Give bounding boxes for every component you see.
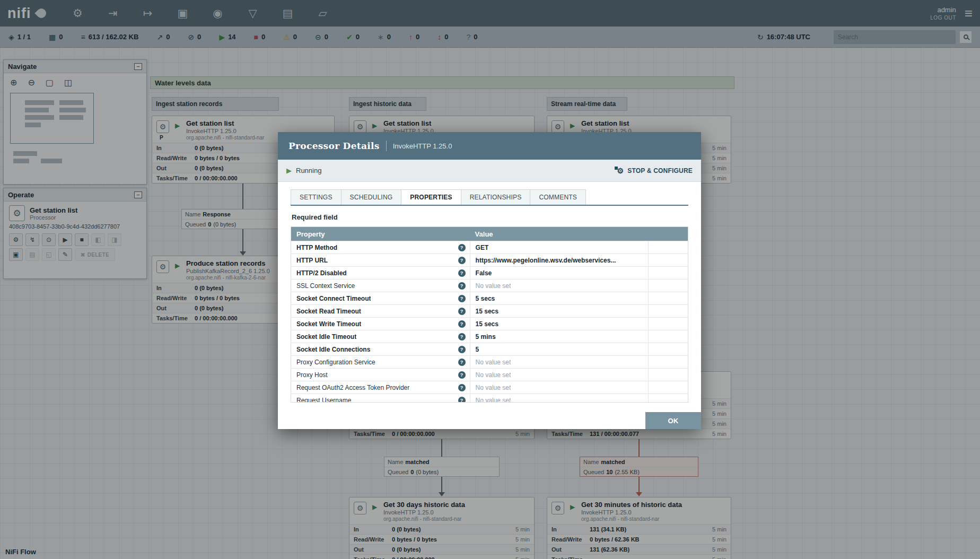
running-icon: ▶ — [286, 167, 292, 174]
help-icon[interactable]: ? — [458, 257, 466, 264]
property-column-header: Property — [291, 230, 470, 238]
property-value: No value set — [476, 359, 511, 366]
nifi-app: nifi ⚙ ⇥ ↦ ▣ ◉ ▽ ▤ ▱ admin — [0, 0, 980, 559]
run-status-label: Running — [296, 167, 321, 174]
property-row[interactable]: Proxy Host ? No value set — [291, 368, 688, 381]
property-value: False — [476, 269, 492, 277]
properties-table-header: Property Value — [291, 227, 688, 241]
tab[interactable]: PROPERTIES — [401, 189, 461, 205]
dialog-subtitle: InvokeHTTP 1.25.0 — [393, 142, 452, 150]
stop-configure-label: STOP & CONFIGURE — [627, 167, 693, 174]
properties-table: Property Value HTTP Method ? GET — [291, 226, 688, 403]
property-value: 15 secs — [476, 308, 498, 315]
tab[interactable]: RELATIONSHIPS — [461, 189, 531, 205]
dialog-tabs: SETTINGS SCHEDULING PROPERTIES RELATIONS… — [291, 189, 688, 206]
value-column-header: Value — [470, 230, 649, 238]
property-row[interactable]: Socket Read Timeout ? 15 secs — [291, 304, 688, 317]
property-row[interactable]: Socket Write Timeout ? 15 secs — [291, 317, 688, 330]
property-name: Socket Idle Connections — [296, 346, 370, 353]
required-field-note: Required field — [292, 213, 687, 221]
property-value: No value set — [476, 371, 511, 379]
property-row[interactable]: Socket Idle Timeout ? 5 mins — [291, 330, 688, 343]
property-name: HTTP Method — [296, 244, 337, 251]
property-name: Socket Idle Timeout — [296, 333, 356, 340]
property-name: Socket Connect Timeout — [296, 295, 371, 302]
property-row[interactable]: HTTP/2 Disabled ? False — [291, 266, 688, 279]
property-value: No value set — [476, 384, 511, 391]
dialog-footer: OK — [278, 412, 701, 429]
property-value: https://www.pegelonline.wsv.de/webservic… — [476, 257, 616, 264]
processor-details-dialog: Processor Details InvokeHTTP 1.25.0 ▶ Ru… — [278, 132, 701, 429]
property-name: Proxy Host — [296, 371, 328, 379]
property-name: HTTP URL — [296, 257, 328, 264]
help-icon[interactable]: ? — [458, 359, 466, 366]
property-name: Socket Read Timeout — [296, 308, 361, 315]
property-value: 15 secs — [476, 320, 498, 328]
help-icon[interactable]: ? — [458, 269, 466, 277]
property-name: Proxy Configuration Service — [296, 359, 375, 366]
help-icon[interactable]: ? — [458, 320, 466, 328]
help-icon[interactable]: ? — [458, 308, 466, 315]
property-row[interactable]: Socket Connect Timeout ? 5 secs — [291, 292, 688, 304]
help-icon[interactable]: ? — [458, 282, 466, 290]
property-name: Request Username — [296, 397, 351, 403]
property-value: No value set — [476, 397, 511, 403]
help-icon[interactable]: ? — [458, 333, 466, 340]
property-row[interactable]: HTTP URL ? https://www.pegelonline.wsv.d… — [291, 254, 688, 266]
property-name: Socket Write Timeout — [296, 320, 361, 328]
property-row[interactable]: Proxy Configuration Service ? No value s… — [291, 355, 688, 368]
tab[interactable]: SETTINGS — [291, 189, 342, 205]
tab[interactable]: COMMENTS — [530, 189, 586, 205]
stop-configure-icon: ⚙ — [617, 167, 624, 175]
property-row[interactable]: HTTP Method ? GET — [291, 241, 688, 254]
tab[interactable]: SCHEDULING — [342, 189, 402, 205]
property-name: SSL Context Service — [296, 282, 355, 290]
help-icon[interactable]: ? — [458, 244, 466, 251]
dialog-header: Processor Details InvokeHTTP 1.25.0 — [278, 132, 701, 160]
dialog-status-row: ▶ Running ⚙ STOP & CONFIGURE — [278, 160, 701, 182]
dialog-body: SETTINGS SCHEDULING PROPERTIES RELATIONS… — [278, 182, 701, 412]
property-row[interactable]: Request Username ? No value set — [291, 394, 688, 403]
property-value: 5 mins — [476, 333, 496, 340]
title-divider — [386, 141, 387, 151]
help-icon[interactable]: ? — [458, 371, 466, 379]
dialog-title: Processor Details — [288, 141, 380, 151]
help-icon[interactable]: ? — [458, 397, 466, 403]
ok-button[interactable]: OK — [645, 412, 701, 429]
property-value: 5 secs — [476, 295, 495, 302]
property-row[interactable]: Socket Idle Connections ? 5 — [291, 343, 688, 355]
property-value: GET — [476, 244, 489, 251]
property-value: No value set — [476, 282, 511, 290]
help-icon[interactable]: ? — [458, 295, 466, 302]
property-value: 5 — [476, 346, 479, 353]
property-row[interactable]: SSL Context Service ? No value set — [291, 279, 688, 292]
property-name: Request OAuth2 Access Token Provider — [296, 384, 409, 391]
property-name: HTTP/2 Disabled — [296, 269, 347, 277]
help-icon[interactable]: ? — [458, 384, 466, 391]
help-icon[interactable]: ? — [458, 346, 466, 353]
property-row[interactable]: Request OAuth2 Access Token Provider ? N… — [291, 381, 688, 394]
stop-and-configure-button[interactable]: ⚙ STOP & CONFIGURE — [617, 167, 693, 175]
